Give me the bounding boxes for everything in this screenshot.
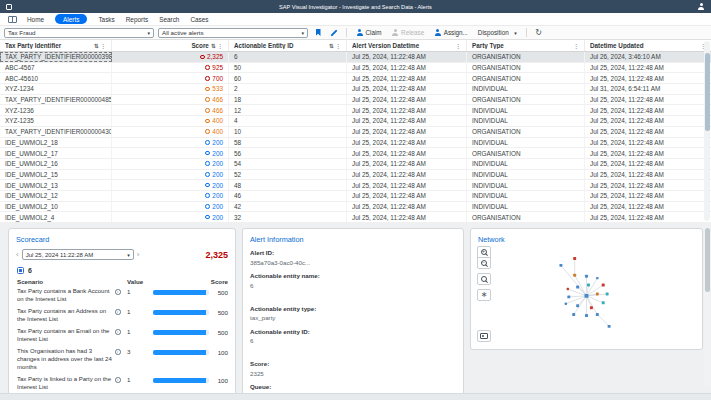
layout-button[interactable]: ∗ <box>477 289 491 301</box>
chevron-left-icon[interactable]: ‹ <box>16 251 19 259</box>
network-node[interactable] <box>576 286 579 289</box>
column-header-party-type[interactable]: Party Type⋮ <box>467 40 585 51</box>
sort-icon[interactable]: ⇅ <box>211 43 216 49</box>
table-row[interactable]: IDE_UWMOL2_1720056Jul 25, 2024, 11:22:48… <box>0 148 711 159</box>
table-row[interactable]: IDE_UWMOL2_1520052Jul 25, 2024, 11:22:48… <box>0 170 711 181</box>
cell-party-type: INDIVIDUAL <box>467 138 585 148</box>
info-icon[interactable]: i <box>115 377 121 383</box>
column-menu-icon[interactable]: ⋮ <box>336 43 342 49</box>
assign-button[interactable]: Assign... <box>431 27 471 38</box>
table-row[interactable]: ABC-456792550Jul 25, 2024, 11:22:48 AMOR… <box>0 63 711 74</box>
network-node[interactable] <box>585 275 588 278</box>
network-node[interactable] <box>576 304 579 307</box>
network-node[interactable] <box>590 306 593 309</box>
view-switcher-icon[interactable] <box>8 16 17 23</box>
column-header-datetime-updated[interactable]: Datetime Updated⋮ <box>585 40 711 51</box>
release-button[interactable]: Release <box>389 27 428 38</box>
network-node[interactable] <box>602 301 605 304</box>
edit-filter-button[interactable] <box>328 27 340 38</box>
tab-search[interactable]: Search <box>159 16 179 23</box>
network-node[interactable] <box>596 313 599 316</box>
column-header-actionable-entity-id[interactable]: Actionable Entity ID⇅⋮ <box>229 40 347 51</box>
tab-reports[interactable]: Reports <box>126 16 148 23</box>
tab-alerts[interactable]: Alerts <box>55 14 87 24</box>
table-row[interactable]: IDE_UWMOL2_1620054Jul 25, 2024, 11:22:48… <box>0 159 711 170</box>
alert-filter-select[interactable]: All active alerts ▾ <box>158 28 308 38</box>
info-icon[interactable]: i <box>115 289 121 295</box>
tab-home[interactable]: Home <box>27 16 44 23</box>
table-row[interactable]: ABC-4561070060Jul 25, 2024, 11:22:48 AMO… <box>0 73 711 84</box>
network-node[interactable] <box>587 284 590 287</box>
tab-cases[interactable]: Cases <box>190 16 208 23</box>
info-icon[interactable]: i <box>115 329 121 335</box>
cell-datetime-updated: Jul 31, 2024, 6:54:11 AM <box>585 84 711 94</box>
sort-icon[interactable]: ⇅ <box>94 43 99 49</box>
column-menu-icon[interactable]: ⋮ <box>456 43 462 49</box>
table-row[interactable]: TAX_PARTY_IDENTIFIER000000430140010Jul 2… <box>0 127 711 138</box>
table-row[interactable]: IDE_UWMOL2_1820058Jul 25, 2024, 11:22:48… <box>0 138 711 149</box>
claim-button[interactable]: Claim <box>353 27 385 38</box>
cell-alert-version-datetime: Jul 25, 2024, 11:22:48 AM <box>347 138 467 148</box>
network-node[interactable] <box>559 264 562 267</box>
table-row[interactable]: TAX_PARTY_IDENTIFIER00000039852,3256Jul … <box>0 52 711 63</box>
scenario-score: 500 <box>212 289 228 296</box>
app-title: SAP Visual Investigator - Investigate an… <box>0 4 711 10</box>
image-button[interactable] <box>477 330 491 342</box>
network-node[interactable] <box>596 277 598 279</box>
scenario-select[interactable]: Tax Fraud ▾ <box>4 28 154 38</box>
table-row[interactable]: XYZ-12354004Jul 25, 2024, 11:22:48 AMIND… <box>0 116 711 127</box>
alert-filter-select-value: All active alerts <box>162 29 204 36</box>
zoom-out-button[interactable]: − <box>477 257 491 269</box>
chevron-right-icon[interactable]: › <box>137 251 140 259</box>
network-node[interactable] <box>606 292 609 295</box>
network-node[interactable] <box>572 313 575 316</box>
column-header-score[interactable]: Score⇅⋮ <box>112 40 229 51</box>
info-icon[interactable]: i <box>115 349 121 355</box>
column-menu-icon[interactable]: ⋮ <box>101 43 107 49</box>
cell-score: 200 <box>112 202 229 212</box>
network-node[interactable] <box>608 325 611 328</box>
network-node[interactable] <box>573 274 576 277</box>
table-row[interactable]: IDE_UWMOL2_1220046Jul 25, 2024, 11:22:48… <box>0 191 711 202</box>
score-bar-cell: 500 <box>145 309 228 316</box>
column-header-tax-party-identifier[interactable]: Tax Party Identifier⇅⋮ <box>0 40 112 51</box>
network-node[interactable] <box>567 295 570 298</box>
network-node[interactable] <box>567 288 569 290</box>
table-row[interactable]: XYZ-12345332Jul 25, 2024, 11:22:48 AMIND… <box>0 84 711 95</box>
column-header-alert-version-datetime[interactable]: Alert Version Datetime⋮ <box>347 40 467 51</box>
table-row[interactable]: IDE_UWMOL2_1020042Jul 25, 2024, 11:22:48… <box>0 202 711 213</box>
scrollbar-thumb[interactable] <box>705 228 710 292</box>
fit-button[interactable] <box>477 273 491 285</box>
network-node[interactable] <box>596 292 599 295</box>
scrollbar-thumb[interactable] <box>705 53 710 131</box>
table-scrollbar[interactable] <box>704 41 710 221</box>
save-filter-button[interactable] <box>312 27 324 38</box>
table-row[interactable]: IDE_UWMOL2_1320048Jul 25, 2024, 11:22:48… <box>0 180 711 191</box>
network-node[interactable] <box>602 284 605 287</box>
bottom-scroll-strip[interactable] <box>0 393 711 400</box>
column-menu-icon[interactable]: ⋮ <box>218 43 224 49</box>
refresh-button[interactable]: ↻ <box>533 27 545 38</box>
cell-tax-party-identifier: XYZ-1235 <box>0 116 112 126</box>
score-version-select[interactable]: Jul 25, 2024 11:22:28 AM ▾ <box>22 249 134 260</box>
column-menu-icon[interactable]: ⋮ <box>574 43 580 49</box>
network-graph[interactable] <box>471 229 702 349</box>
network-node[interactable] <box>565 303 567 305</box>
table-row[interactable]: XYZ-123646612Jul 25, 2024, 11:22:48 AMIN… <box>0 105 711 116</box>
network-node[interactable] <box>585 314 588 317</box>
network-node[interactable] <box>585 294 589 298</box>
score-value: 200 <box>212 182 223 189</box>
score-bar <box>153 290 209 295</box>
table-row[interactable]: IDE_UWMOL2_420032Jul 25, 2024, 11:22:48 … <box>0 212 711 223</box>
table-row[interactable]: TAX_PARTY_IDENTIFIER000000485046618Jul 2… <box>0 95 711 106</box>
tab-tasks[interactable]: Tasks <box>98 16 114 23</box>
product-icon[interactable] <box>6 4 12 10</box>
network-node[interactable] <box>573 257 576 260</box>
disposition-button[interactable]: Disposition ▾ <box>475 27 520 38</box>
sort-icon[interactable]: ⇅ <box>329 43 334 49</box>
cell-score: 2,325 <box>112 52 229 62</box>
info-icon[interactable]: i <box>115 309 121 315</box>
panel-scrollbar[interactable] <box>704 226 710 386</box>
cell-actionable-entity-id: 6 <box>229 52 347 62</box>
user-avatar-icon[interactable] <box>697 3 705 11</box>
